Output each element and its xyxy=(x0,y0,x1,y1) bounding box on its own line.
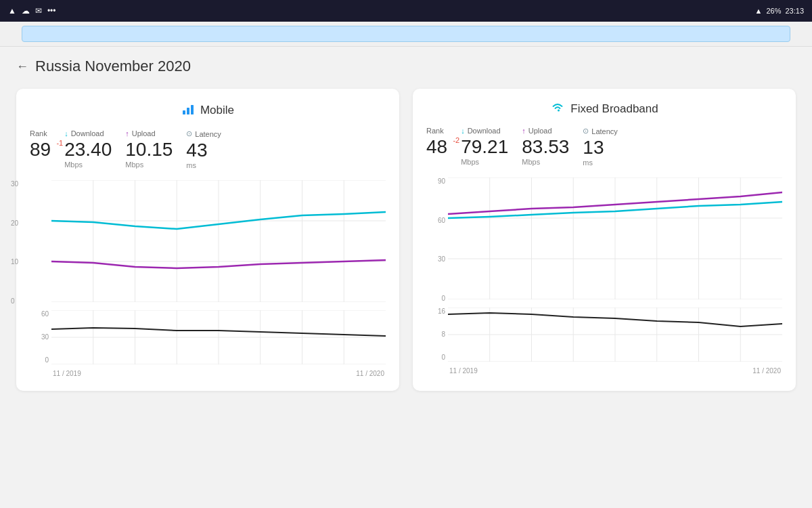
broadband-download-icon: ↓ xyxy=(461,127,465,135)
battery-text: 26% xyxy=(766,7,781,15)
mobile-rank-label: Rank xyxy=(30,129,51,137)
wifi-status-icon: ▲ xyxy=(8,6,16,16)
broadband-title: Fixed Broadband xyxy=(570,102,658,116)
broadband-latency-chart xyxy=(448,308,782,362)
broadband-rank-value: 48 xyxy=(426,136,447,157)
mobile-title: Mobile xyxy=(200,104,234,117)
mail-icon: ✉ xyxy=(35,6,42,16)
broadband-latency-label: ⊙ Latency xyxy=(583,127,618,135)
broadband-card: Fixed Broadband Rank 48 -2 ↓ Download 7 xyxy=(413,89,796,391)
mobile-download-stat: ↓ Download 23.40 Mbps xyxy=(64,129,112,169)
mobile-upload-unit: Mbps xyxy=(125,161,173,169)
status-bar-right: ▲ 26% 23:13 xyxy=(755,7,804,15)
svg-rect-1 xyxy=(187,108,189,114)
svg-rect-2 xyxy=(191,105,194,114)
mobile-card: Mobile Rank 89 -1 ↓ Download 23.40 xyxy=(16,89,399,391)
page-title: Russia November 2020 xyxy=(35,58,191,75)
mobile-rank-change: -1 xyxy=(56,139,63,147)
broadband-download-label: ↓ Download xyxy=(461,127,508,135)
mobile-latency-label: ⊙ Latency xyxy=(186,129,221,138)
broadband-latency-unit: ms xyxy=(583,158,618,167)
mobile-download-value: 23.40 xyxy=(64,140,112,159)
broadband-upload-stat: ↑ Upload 83.53 Mbps xyxy=(522,127,569,166)
mobile-speed-chart xyxy=(51,180,386,302)
main-content: ← Russia November 2020 Mobile Rank xyxy=(0,47,812,508)
broadband-latency-stat: ⊙ Latency 13 ms xyxy=(583,127,618,167)
mobile-stats-row: Rank 89 -1 ↓ Download 23.40 Mbps xyxy=(30,129,386,169)
broadband-latency-value: 13 xyxy=(583,138,618,157)
broadband-download-unit: Mbps xyxy=(461,158,508,166)
mobile-upload-value: 10.15 xyxy=(125,140,173,159)
svg-rect-0 xyxy=(183,110,185,114)
upload-icon: ↑ xyxy=(125,129,129,137)
broadband-stats-row: Rank 48 -2 ↓ Download 79.21 Mbps xyxy=(426,127,782,167)
broadband-download-stat: ↓ Download 79.21 Mbps xyxy=(461,127,508,166)
broadband-latency-icon: ⊙ xyxy=(583,127,589,135)
broadband-speed-chart xyxy=(448,177,782,299)
broadband-upload-unit: Mbps xyxy=(522,158,569,166)
mobile-download-label: ↓ Download xyxy=(64,129,112,137)
mobile-x-axis: 11 / 2019 11 / 2020 xyxy=(51,370,386,377)
mobile-card-header: Mobile xyxy=(30,102,386,119)
mobile-download-unit: Mbps xyxy=(64,161,112,169)
broadband-speed-chart-wrapper: 90 60 30 0 xyxy=(426,177,782,302)
page-header: ← Russia November 2020 xyxy=(16,58,796,75)
broadband-latency-chart-wrapper: 16 8 0 xyxy=(426,308,782,375)
mobile-upload-stat: ↑ Upload 10.15 Mbps xyxy=(125,129,173,169)
broadband-download-value: 79.21 xyxy=(461,137,508,156)
mobile-latency-unit: ms xyxy=(186,161,221,169)
mobile-speed-chart-wrapper: 30 20 10 0 xyxy=(30,180,386,305)
latency-icon: ⊙ xyxy=(186,129,192,138)
cards-container: Mobile Rank 89 -1 ↓ Download 23.40 xyxy=(16,89,796,391)
search-bar-container xyxy=(0,22,812,47)
status-bar-left: ▲ ☁ ✉ ••• xyxy=(8,6,56,16)
mobile-chart-icon xyxy=(181,102,195,119)
cloud-icon: ☁ xyxy=(22,6,30,16)
search-bar[interactable] xyxy=(22,26,790,42)
broadband-rank-stat: Rank 48 -2 xyxy=(426,127,447,156)
mobile-latency-chart xyxy=(51,310,386,364)
mobile-latency-chart-wrapper: 60 30 0 xyxy=(30,310,386,377)
status-bar: ▲ ☁ ✉ ••• ▲ 26% 23:13 xyxy=(0,0,812,22)
broadband-rank-label: Rank xyxy=(426,127,447,135)
mobile-speed-y-axis: 30 20 10 0 xyxy=(11,180,18,305)
mobile-latency-value: 43 xyxy=(186,141,221,160)
more-icon: ••• xyxy=(47,6,56,16)
wifi-icon xyxy=(550,102,565,116)
download-icon: ↓ xyxy=(64,129,68,137)
broadband-upload-value: 83.53 xyxy=(522,137,569,156)
mobile-upload-label: ↑ Upload xyxy=(125,129,173,137)
broadband-upload-label: ↑ Upload xyxy=(522,127,569,135)
back-button[interactable]: ← xyxy=(16,60,28,74)
mobile-rank-value: 89 xyxy=(30,139,51,160)
broadband-rank-change: -2 xyxy=(453,136,459,144)
broadband-x-axis: 11 / 2019 11 / 2020 xyxy=(448,367,782,375)
mobile-rank-stat: Rank 89 -1 xyxy=(30,129,51,159)
mobile-latency-stat: ⊙ Latency 43 ms xyxy=(186,129,221,169)
signal-icon: ▲ xyxy=(755,7,763,15)
broadband-card-header: Fixed Broadband xyxy=(426,102,782,116)
broadband-upload-icon: ↑ xyxy=(522,127,526,135)
time-display: 23:13 xyxy=(785,7,804,15)
